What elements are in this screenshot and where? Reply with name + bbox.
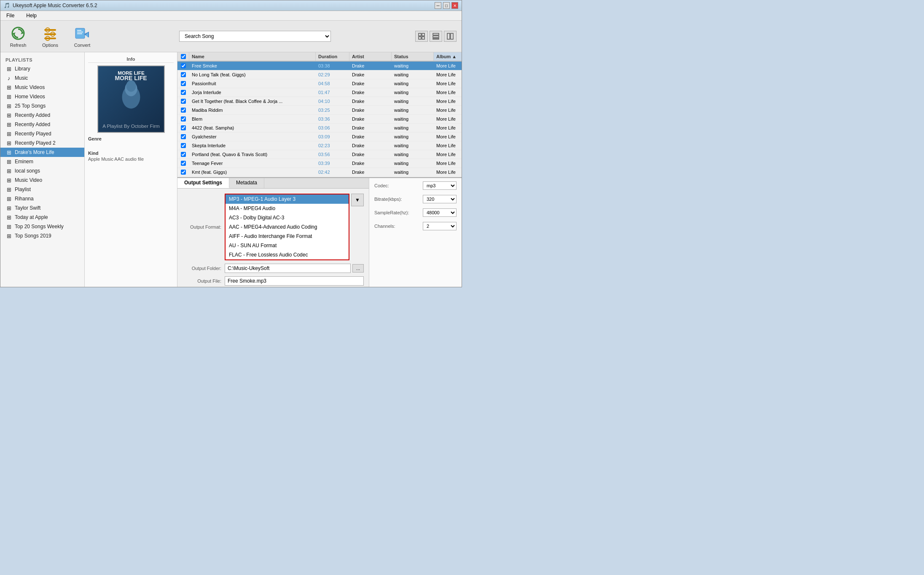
table-row[interactable]: Kmt (feat. Giggs) 02:42 Drake waiting Mo…	[177, 168, 462, 177]
sidebar-item-25-top[interactable]: ⊞ 25 Top Songs	[0, 101, 84, 111]
row-checkbox[interactable]	[181, 161, 186, 166]
svg-point-8	[52, 33, 54, 35]
sidebar-item-eminem[interactable]: ⊞ Eminem	[0, 157, 84, 166]
samplerate-row: SampleRate(hz): 48000	[374, 208, 457, 217]
search-input[interactable]: Search Song	[179, 31, 331, 42]
th-check[interactable]	[177, 52, 189, 61]
tab-metadata[interactable]: Metadata	[229, 178, 264, 188]
sidebar-item-top-20-weekly[interactable]: ⊞ Top 20 Songs Weekly	[0, 222, 84, 231]
row-checkbox[interactable]	[181, 72, 186, 77]
format-option-ac3[interactable]: AC3 - Dolby Digital AC-3	[226, 213, 349, 222]
browse-button[interactable]: ...	[352, 264, 364, 273]
samplerate-label: SampleRate(hz):	[374, 210, 409, 215]
row-checkbox[interactable]	[181, 134, 186, 139]
th-album[interactable]: Album ▲	[434, 52, 462, 61]
format-option-flac-label: FLAC - Free Lossless Audio Codec	[229, 252, 308, 258]
sidebar-item-recently-played2[interactable]: ⊞ Recently Played 2	[0, 138, 84, 148]
th-duration[interactable]: Duration	[316, 52, 349, 61]
sidebar-item-taylor-swift[interactable]: ⊞ Taylor Swift	[0, 203, 84, 213]
header-checkbox[interactable]	[181, 54, 186, 59]
menu-file[interactable]: File	[4, 12, 17, 19]
sidebar-item-today-at-apple[interactable]: ⊞ Today at Apple	[0, 213, 84, 222]
maximize-button[interactable]: □	[443, 2, 450, 9]
format-option-aiff[interactable]: AIFF - Audio Interchange File Format	[226, 232, 349, 241]
sidebar-item-recently-added2[interactable]: ⊞ Recently Added	[0, 120, 84, 129]
row-checkbox[interactable]	[181, 143, 186, 148]
sidebar-item-local-songs[interactable]: ⊞ local songs	[0, 166, 84, 175]
table-row[interactable]: Madiba Riddim 03:25 Drake waiting More L…	[177, 106, 462, 115]
refresh-button[interactable]: Refresh	[5, 23, 31, 49]
sidebar-item-recently-played[interactable]: ⊞ Recently Played	[0, 129, 84, 138]
channels-select[interactable]: 2	[423, 222, 457, 230]
menu-help[interactable]: Help	[24, 12, 39, 19]
td-artist: Drake	[349, 97, 392, 105]
format-option-flac[interactable]: FLAC - Free Lossless Audio Codec	[226, 250, 349, 259]
main-content: Playlists ⊞ Library ♪ Music ⊞ Music Vide…	[0, 52, 462, 287]
th-artist[interactable]: Artist	[349, 52, 392, 61]
row-checkbox[interactable]	[181, 99, 186, 104]
format-option-au[interactable]: AU - SUN AU Format	[226, 241, 349, 250]
bottom-section: Output Settings Metadata Output Format:	[177, 177, 462, 287]
codec-select[interactable]: mp3	[423, 181, 457, 190]
row-checkbox[interactable]	[181, 81, 186, 86]
table-row[interactable]: 4422 (feat. Sampha) 03:06 Drake waiting …	[177, 124, 462, 132]
row-checkbox[interactable]	[181, 63, 186, 68]
folder-input[interactable]	[225, 264, 351, 273]
row-checkbox[interactable]	[181, 125, 186, 130]
table-row[interactable]: Portland (feat. Quavo & Travis Scott) 03…	[177, 150, 462, 159]
view-btn-1[interactable]	[415, 31, 428, 42]
table-row[interactable]: Gyalchester 03:09 Drake waiting More Lif…	[177, 132, 462, 141]
view-btn-3[interactable]	[444, 31, 457, 42]
table-row[interactable]: Get It Together (feat. Black Coffee & Jo…	[177, 97, 462, 106]
tab-output-settings[interactable]: Output Settings	[177, 178, 229, 188]
td-name: Free Smoke	[189, 62, 316, 70]
table-row[interactable]: Blem 03:36 Drake waiting More Life Apple…	[177, 115, 462, 124]
sidebar-item-recently-added1[interactable]: ⊞ Recently Added	[0, 111, 84, 120]
minimize-button[interactable]: ─	[435, 2, 441, 9]
format-option-m4a[interactable]: M4A - MPEG4 Audio	[226, 204, 349, 213]
close-button[interactable]: ✕	[451, 2, 458, 9]
th-status[interactable]: Status	[392, 52, 434, 61]
table-row[interactable]: Passionfruit 04:58 Drake waiting More Li…	[177, 79, 462, 88]
row-checkbox[interactable]	[181, 90, 186, 95]
format-option-aac[interactable]: AAC - MPEG4-Advanced Audio Coding	[226, 222, 349, 232]
table-row[interactable]: Free Smoke 03:38 Drake waiting More Life…	[177, 62, 462, 70]
table-row[interactable]: Jorja Interlude 01:47 Drake waiting More…	[177, 88, 462, 97]
td-name: Blem	[189, 115, 316, 123]
view-btn-2[interactable]	[430, 31, 442, 42]
sidebar-label-music-video: Music Video	[15, 177, 42, 183]
eminem-icon: ⊞	[5, 158, 12, 165]
sidebar-item-home-videos[interactable]: ⊞ Home Videos	[0, 92, 84, 101]
th-name[interactable]: Name	[189, 52, 316, 61]
app-icon: 🎵	[4, 3, 10, 8]
table-row[interactable]: No Long Talk (feat. Giggs) 02:29 Drake w…	[177, 70, 462, 79]
sidebar-item-drakes-more-life[interactable]: ⊞ Drake's More Life	[0, 148, 84, 157]
bitrate-select[interactable]: 320	[423, 195, 457, 203]
convert-icon	[74, 25, 91, 42]
sidebar-item-music[interactable]: ♪ Music	[0, 73, 84, 83]
table-row[interactable]: Teenage Fever 03:39 Drake waiting More L…	[177, 159, 462, 168]
library-icon: ⊞	[5, 65, 12, 72]
sidebar-item-music-videos[interactable]: ⊞ Music Videos	[0, 83, 84, 92]
row-checkbox[interactable]	[181, 170, 186, 175]
song-table[interactable]: Name Duration Artist Status Album ▲ Type…	[177, 52, 462, 177]
file-input[interactable]	[225, 276, 364, 286]
options-label: Options	[42, 43, 58, 48]
table-row[interactable]: Skepta Interlude 02:23 Drake waiting Mor…	[177, 141, 462, 150]
convert-button[interactable]: Convert	[70, 23, 95, 49]
samplerate-select[interactable]: 48000	[423, 208, 457, 217]
format-option-mp3-label: MP3 - MPEG-1 Audio Layer 3	[229, 196, 295, 202]
row-checkbox[interactable]	[181, 152, 186, 157]
sidebar-item-top-songs-2019[interactable]: ⊞ Top Songs 2019	[0, 231, 84, 240]
td-name: Gyalchester	[189, 132, 316, 141]
row-checkbox[interactable]	[181, 116, 186, 121]
format-option-mp3[interactable]: MP3 - MPEG-1 Audio Layer 3	[226, 194, 349, 204]
options-button[interactable]: Options	[38, 23, 63, 49]
sidebar-item-rihanna[interactable]: ⊞ Rihanna	[0, 194, 84, 203]
sidebar-item-library[interactable]: ⊞ Library	[0, 64, 84, 73]
row-checkbox[interactable]	[181, 108, 186, 113]
sidebar-item-music-video[interactable]: ⊞ Music Video	[0, 175, 84, 185]
svg-point-31	[126, 80, 136, 92]
sidebar-item-playlist[interactable]: ⊞ Playlist	[0, 185, 84, 194]
profile-dropdown-btn[interactable]: ▼	[351, 194, 364, 206]
